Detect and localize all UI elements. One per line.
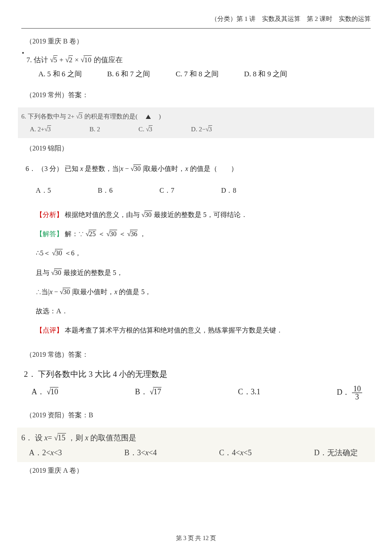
q7-stem-prefix: 估计 bbox=[34, 56, 48, 64]
q6zy-options: A．2<x<3 B．3<x<4 C．4<x<5 D．无法确定 bbox=[29, 446, 358, 460]
line2-b: ＜6， bbox=[64, 249, 81, 257]
q6zy-option-a: A．2<x<3 bbox=[29, 446, 62, 460]
q2cd-options: A． 10 B． 17 C．3.1 D． 10 3 bbox=[32, 385, 362, 401]
q6zy-option-b: B．3<x<4 bbox=[124, 446, 157, 460]
q2cd-option-b: B． 17 bbox=[135, 385, 161, 401]
q6zy-sqrt15: 15 bbox=[58, 433, 66, 442]
q6jy-points: （3 分） bbox=[37, 165, 63, 172]
q6cz-options: A. 2+3 B. 2 C. 3 D. 2−3 bbox=[30, 123, 371, 136]
q6zy-number: 6． bbox=[21, 434, 33, 442]
sqrt-icon: 5 bbox=[50, 54, 58, 67]
q7-stem: 7. 估计 5 + 2 × 10 的值应在 bbox=[26, 54, 371, 67]
jieda-prefix: 解：∵ bbox=[65, 230, 84, 237]
q6zy-stem-a: 设 x= bbox=[35, 434, 52, 442]
sqrt-icon: 36 bbox=[127, 226, 138, 241]
q6zy-stem: 6． 设 x= 15 ，则 x 的取值范围是 bbox=[21, 431, 371, 445]
sqrt-icon: 25 bbox=[86, 226, 96, 241]
q6jy-analysis: 【分析】 根据绝对值的意义，由与 30 最接近的整数是 5，可得结论． 【解答】… bbox=[36, 207, 371, 338]
sqrt-icon: 3 bbox=[206, 123, 213, 136]
q6zy-option-d: D．无法确定 bbox=[314, 446, 358, 460]
q6jy-sqrt30: 30 bbox=[133, 165, 141, 172]
q6jy-stem-a: 已知 x 是整数，当|x − bbox=[65, 165, 130, 172]
analysis-jieda-line4: ∴当|x − 30 |取最小值时，x 的值是 5， bbox=[36, 284, 371, 299]
analysis-jieda-line1: 【解答】 解：∵ 25 ＜ 30 ＜ 36 ， bbox=[36, 226, 371, 241]
q7-option-d: D. 8 和 9 之间 bbox=[244, 68, 288, 81]
fenxi-text-a: 根据绝对值的意义，由与 bbox=[65, 211, 140, 218]
sqrt-icon: 30 bbox=[60, 284, 70, 299]
q6jy-option-d: D．8 bbox=[221, 182, 236, 199]
bullet-dot-icon bbox=[22, 52, 24, 54]
q6cz-option-b: B. 2 bbox=[89, 123, 100, 136]
q6cz-option-a: A. 2+3 bbox=[30, 123, 51, 136]
analysis-conclusion: 故选：A． bbox=[36, 304, 371, 318]
sqrt-icon: 15 bbox=[54, 431, 66, 445]
source-label-changzhou: （2019 常州）答案： bbox=[26, 91, 371, 100]
question-6-changzhou: 6. 下列各数中与 2+ 3 的积是有理数的是( ) A. 2+3 B. 2 C… bbox=[18, 107, 374, 138]
analysis-fenxi: 【分析】 根据绝对值的意义，由与 30 最接近的整数是 5，可得结论． bbox=[36, 207, 371, 222]
q6jy-stem: 6． （3 分） 已知 x 是整数，当|x − 30 |取最小值时，x 的值是（… bbox=[26, 161, 371, 177]
question-2-changde: 2． 下列各数中比 3 大比 4 小的无理数是 A． 10 B． 17 C．3.… bbox=[24, 367, 371, 401]
fraction-icon: 10 3 bbox=[352, 385, 362, 401]
sqrt-icon: 10 bbox=[81, 54, 92, 67]
header-divider bbox=[21, 28, 371, 29]
sqrt-icon: 30 bbox=[51, 265, 62, 280]
line4-a: ∴当|x − bbox=[36, 288, 60, 295]
q2cd-number: 2． bbox=[24, 370, 36, 379]
header-category: （分类）第 1 讲 bbox=[211, 15, 256, 22]
line4-b: |取最小值时，x 的值是 5， bbox=[72, 288, 151, 295]
q7-sqrt5: 5 bbox=[53, 55, 58, 64]
q7-option-a: A. 5 和 6 之间 bbox=[38, 68, 82, 81]
q6jy-number: 6． bbox=[26, 165, 36, 172]
sqrt-icon: 3 bbox=[76, 110, 83, 123]
dianping-label: 【点评】 bbox=[36, 327, 63, 334]
q6zy-option-c: C．4<x<5 bbox=[219, 446, 251, 460]
q2cd-stem: 2． 下列各数中比 3 大比 4 小的无理数是 bbox=[24, 367, 371, 382]
q2cd-option-d: D． 10 3 bbox=[337, 385, 362, 401]
q7-option-c: C. 7 和 8 之间 bbox=[176, 68, 219, 81]
q6cz-stem-b: 的积是有理数的是( bbox=[84, 113, 144, 120]
line2-a: ∴5＜ bbox=[36, 249, 50, 257]
q6cz-number: 6. bbox=[21, 113, 26, 120]
q6cz-stem-c: ) bbox=[152, 113, 161, 120]
q6jy-option-c: C．7 bbox=[159, 182, 174, 199]
header-subtopic: 实数的运算 bbox=[339, 15, 371, 22]
times-symbol: × bbox=[75, 56, 79, 64]
q6cz-sqrt3: 3 bbox=[79, 113, 83, 120]
sqrt-icon: 2 bbox=[65, 54, 73, 67]
plus-symbol: + bbox=[59, 56, 63, 64]
question-6-ziyang: 6． 设 x= 15 ，则 x 的取值范围是 A．2<x<3 B．3<x<4 C… bbox=[17, 428, 375, 462]
analysis-jieda-line3: 且与 30 最接近的整数是 5， bbox=[36, 265, 371, 280]
q6cz-option-d: D. 2−3 bbox=[191, 123, 212, 136]
q6jy-option-b: B．6 bbox=[98, 182, 113, 199]
sqrt-icon: 30 bbox=[130, 161, 141, 177]
sqrt-icon: 3 bbox=[44, 123, 51, 136]
sqrt-icon: 17 bbox=[150, 385, 161, 399]
triangle-blank-icon bbox=[146, 115, 151, 119]
q6jy-option-a: A．5 bbox=[36, 182, 51, 199]
q7-stem-suffix: 的值应在 bbox=[94, 56, 123, 64]
dianping-text: 本题考查了算术平方根的估算和绝对值的意义，熟练掌握平方数是关键． bbox=[65, 327, 283, 334]
question-7: 7. 估计 5 + 2 × 10 的值应在 A. 5 和 6 之间 B. 6 和… bbox=[26, 54, 371, 81]
source-label-chongqing-a: （2019 重庆 A 卷） bbox=[26, 466, 371, 475]
source-label-ziyang: （2019 资阳）答案：B bbox=[26, 411, 371, 420]
analysis-jieda-line2: ∴5＜ 30 ＜6， bbox=[36, 246, 371, 260]
q7-number: 7. bbox=[26, 56, 32, 64]
q2cd-option-c: C．3.1 bbox=[238, 385, 261, 401]
q6jy-stem-b: |取最小值时，x 的值是（ ） bbox=[143, 165, 237, 172]
q2cd-option-a: A． 10 bbox=[32, 385, 58, 401]
line3-a: 且与 bbox=[36, 269, 49, 276]
line3-b: 最接近的整数是 5， bbox=[63, 269, 123, 276]
q6cz-stem: 6. 下列各数中与 2+ 3 的积是有理数的是( ) bbox=[21, 110, 371, 123]
q2cd-stemtext: 下列各数中比 3 大比 4 小的无理数是 bbox=[38, 370, 167, 379]
q6jy-options: A．5 B．6 C．7 D．8 bbox=[36, 182, 371, 199]
sqrt-icon: 30 bbox=[107, 226, 117, 241]
q6zy-stem-b: ，则 x 的取值范围是 bbox=[68, 434, 136, 442]
q7-options: A. 5 和 6 之间 B. 6 和 7 之间 C. 7 和 8 之间 D. 8… bbox=[38, 68, 371, 81]
sqrt-icon: 30 bbox=[52, 246, 63, 260]
q7-option-b: B. 6 和 7 之间 bbox=[107, 68, 150, 81]
fenxi-text-b: 最接近的整数是 5，可得结论． bbox=[154, 211, 248, 218]
analysis-dianping: 【点评】 本题考查了算术平方根的估算和绝对值的意义，熟练掌握平方数是关键． bbox=[36, 323, 371, 338]
less-symbol: ＜ bbox=[98, 230, 105, 237]
less-symbol: ＜ bbox=[119, 230, 126, 237]
page-header: （分类）第 1 讲 实数及其运算 第 2 课时 实数的运算 bbox=[211, 15, 371, 23]
